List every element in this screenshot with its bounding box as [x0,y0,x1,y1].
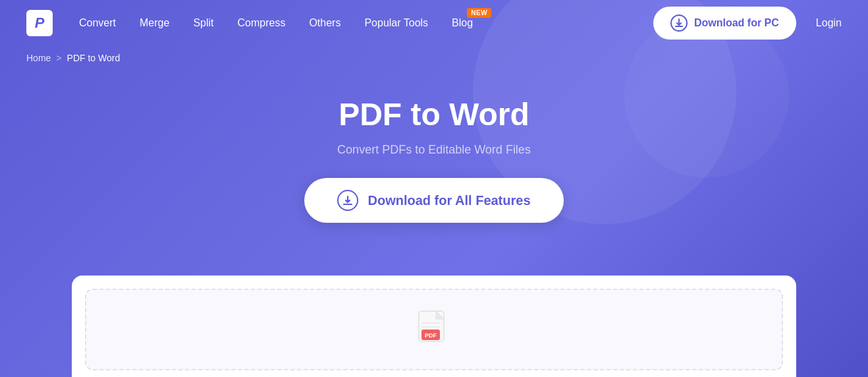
svg-text:PDF: PDF [425,332,437,339]
pdf-file-icon: PDF [418,310,450,349]
navbar: P Convert Merge Split Compress Others Po… [0,0,868,46]
hero-subtitle: Convert PDFs to Editable Word Files [337,143,531,157]
logo-letter: P [35,14,45,32]
nav-others[interactable]: Others [309,17,340,29]
download-pc-button[interactable]: Download for PC [653,7,796,40]
nav-compress[interactable]: Compress [238,17,286,29]
breadcrumb-separator: > [56,53,61,63]
download-all-button[interactable]: Download for All Features [304,178,563,223]
hero-title: PDF to Word [339,96,529,132]
new-badge: NEW [467,8,491,18]
breadcrumb-current: PDF to Word [67,53,121,63]
nav-right: Download for PC Login [653,7,842,40]
nav-links: Convert Merge Split Compress Others Popu… [79,17,653,29]
logo[interactable]: P [26,10,53,36]
login-link[interactable]: Login [816,17,842,29]
nav-blog[interactable]: Blog [452,17,473,29]
download-pc-label: Download for PC [694,17,779,29]
page-wrapper: P Convert Merge Split Compress Others Po… [0,0,868,377]
download-all-label: Download for All Features [367,193,530,208]
download-pc-icon [670,14,688,32]
nav-popular-tools[interactable]: Popular Tools [364,17,428,29]
download-all-icon [337,190,358,211]
hero-section: PDF to Word Convert PDFs to Editable Wor… [0,70,868,223]
nav-merge[interactable]: Merge [140,17,169,29]
upload-section: PDF [72,276,796,377]
breadcrumb-home[interactable]: Home [26,53,51,63]
upload-inner[interactable]: PDF [85,289,783,370]
breadcrumb: Home > PDF to Word [0,46,868,70]
nav-split[interactable]: Split [193,17,213,29]
nav-convert[interactable]: Convert [79,17,116,29]
blog-wrapper: Blog NEW [452,17,473,29]
